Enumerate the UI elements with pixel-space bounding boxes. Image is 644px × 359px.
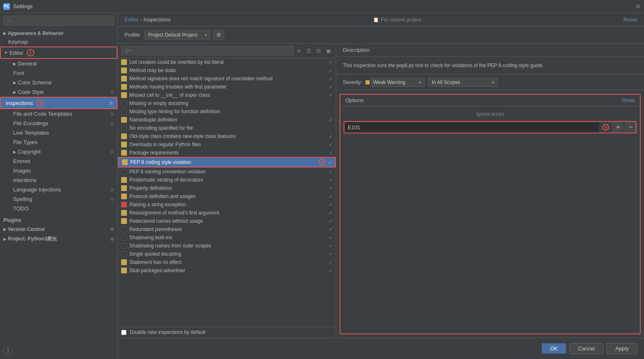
- sidebar-item-emmet[interactable]: Emmet: [0, 156, 117, 166]
- inspection-item-namedtuple[interactable]: Namedtuple definition ✓: [118, 116, 336, 124]
- reset-button[interactable]: Reset: [623, 16, 637, 23]
- inspection-item-no-encoding[interactable]: No encoding specified for file: [118, 124, 336, 132]
- sidebar-item-font[interactable]: Font: [0, 68, 117, 78]
- sidebar-item-editor[interactable]: ▼ Editor 1: [0, 47, 117, 59]
- inspection-item-shadowing-outer[interactable]: Shadowing names from outer scopes ✓: [118, 242, 336, 250]
- sidebar-item-label: Spelling: [13, 196, 32, 202]
- inspection-item-overloads[interactable]: Overloads in regular Python files ✓: [118, 140, 336, 149]
- sidebar-item-version-control[interactable]: ▶ Version Control ⊕: [0, 224, 117, 233]
- severity-select[interactable]: Weak Warning Error Warning Information: [371, 78, 425, 87]
- copy-icon: ⊕: [110, 187, 114, 193]
- severity-indicator: [121, 68, 127, 73]
- sidebar-item-code-style[interactable]: ▶ Code Style ⊕: [0, 87, 117, 97]
- app-icon: PC: [3, 3, 10, 10]
- disable-new-checkbox[interactable]: [121, 330, 126, 335]
- inspection-item-method-sig[interactable]: Method signature does not match signatur…: [118, 75, 336, 83]
- inspection-item-missing-docstring[interactable]: Missing or empty docstring: [118, 99, 336, 107]
- inspection-item-reassignment[interactable]: Reassignment of method's first argument …: [118, 209, 336, 217]
- help-button[interactable]: ?: [3, 347, 12, 356]
- sidebar-item-file-code-templates[interactable]: File and Code Templates ⊕: [0, 109, 117, 119]
- severity-indicator: [122, 159, 128, 165]
- inspection-item-statement-no-effect[interactable]: Statement has no effect ✓: [118, 258, 336, 266]
- item-name: PEP 8 naming convention violation: [129, 169, 326, 175]
- sidebar-item-spelling[interactable]: Spelling ⊕: [0, 194, 117, 204]
- severity-label: Severity:: [343, 79, 362, 85]
- inspection-item-stub-packages[interactable]: Stub packages advertiser ✓: [118, 266, 336, 275]
- check-icon: ✓: [329, 169, 333, 175]
- inspection-item-missing-type-hint[interactable]: Missing type hinting for function defini…: [118, 107, 336, 116]
- inspection-item-protocol[interactable]: Protocol definition and usages ✓: [118, 192, 336, 200]
- sidebar-item-inspections[interactable]: Inspections 2 ⊕: [0, 97, 117, 109]
- check-icon: ✓: [329, 60, 333, 65]
- sidebar-item-general[interactable]: ▶ General: [0, 59, 117, 68]
- item-name: Statement has no effect: [129, 259, 326, 265]
- sidebar-item-label: TODO: [13, 205, 28, 212]
- sidebar-item-appearance[interactable]: ▶ Appearance & Behavior: [0, 28, 117, 37]
- group-button[interactable]: ▣: [324, 47, 333, 55]
- severity-indicator: [121, 243, 127, 249]
- inspection-item-package-req[interactable]: Package requirements ✓: [118, 149, 336, 157]
- inspection-item-single-quoted[interactable]: Single quoted docstring ✓: [118, 250, 336, 258]
- inspection-item-pep8-naming[interactable]: PEP 8 naming convention violation ✓: [118, 168, 336, 176]
- expand-icon: ▶: [13, 81, 16, 85]
- inspection-item-old-style-class[interactable]: Old-style class contains new-style class…: [118, 132, 336, 140]
- inspection-item-shadowing-builtins[interactable]: Shadowing built-ins ✓: [118, 233, 336, 242]
- sidebar-item-images[interactable]: Images: [0, 166, 117, 175]
- title-bar: PC Settings ✕: [0, 0, 644, 13]
- severity-indicator: [121, 150, 127, 156]
- apply-button[interactable]: Apply: [607, 343, 637, 354]
- sidebar-item-language-injections[interactable]: Language Injections ⊕: [0, 185, 117, 194]
- sidebar-item-label: Language Injections: [13, 186, 61, 193]
- inspection-item-method-static[interactable]: Method may be static ✓: [118, 66, 336, 75]
- sidebar-item-live-templates[interactable]: Live Templates: [0, 128, 117, 138]
- collapse-all-button[interactable]: ⊟: [315, 47, 323, 55]
- sidebar-item-label: General: [18, 61, 37, 67]
- inspection-item-raising-string[interactable]: Raising a string exception ✓: [118, 200, 336, 209]
- inspection-list-panel: ⊳ ☰ ⊟ ▣ List creation could be rewritten…: [118, 44, 336, 338]
- severity-indicator: [121, 251, 127, 257]
- ok-button[interactable]: OK: [542, 343, 566, 354]
- item-name: List creation could be rewritten by list…: [129, 59, 326, 65]
- add-error-button[interactable]: +: [612, 122, 623, 133]
- inspection-item-redundant-parens[interactable]: Redundant parentheses ✓: [118, 225, 336, 233]
- sidebar-item-todo[interactable]: TODO: [0, 204, 117, 213]
- profile-select[interactable]: Project Default Project Default: [144, 30, 210, 40]
- breadcrumb-parent[interactable]: Editor: [124, 16, 138, 23]
- sidebar-search-input[interactable]: [15, 18, 110, 23]
- sidebar-item-keymap[interactable]: Keymap: [0, 37, 117, 47]
- severity-indicator: [121, 177, 127, 183]
- severity-indicator: [121, 185, 127, 191]
- cancel-button[interactable]: Cancel: [569, 343, 603, 354]
- ignore-errors-input[interactable]: [344, 122, 599, 133]
- filter-funnel-button[interactable]: ⊳: [295, 47, 303, 55]
- inspection-item-redeclared[interactable]: Redeclared names without usage ✓: [118, 217, 336, 225]
- remove-error-button[interactable]: −: [625, 122, 636, 133]
- inspection-item-methods-troubles[interactable]: Methods having troubles with first param…: [118, 83, 336, 91]
- check-icon: ✓: [329, 202, 333, 207]
- sidebar-item-file-encodings[interactable]: File Encodings ⊕: [0, 119, 117, 128]
- scope-select-wrapper: In All Scopes In Tests Only Everywhere E…: [428, 78, 498, 87]
- expand-all-button[interactable]: ☰: [305, 47, 313, 55]
- filter-input[interactable]: [121, 46, 294, 55]
- sidebar-item-project[interactable]: ▶ Project: Python3爬虫 ⊕: [0, 233, 117, 243]
- sidebar-item-plugins[interactable]: Plugins: [0, 215, 117, 224]
- inspection-item-list-creation[interactable]: List creation could be rewritten by list…: [118, 58, 336, 66]
- sidebar-item-label: Copyright: [18, 149, 41, 155]
- item-name: Method signature does not match signatur…: [129, 76, 326, 82]
- severity-indicator: [121, 109, 127, 114]
- sidebar-item-label: Keymap: [8, 39, 28, 45]
- item-name: Method may be static: [129, 68, 326, 73]
- options-reset-button[interactable]: Reset: [622, 98, 635, 103]
- inspection-item-problematic-nesting[interactable]: Problematic nesting of decorators ✓: [118, 176, 336, 184]
- inspection-item-missed-call[interactable]: Missed call to __init__ of super class ✓: [118, 91, 336, 99]
- scope-select[interactable]: In All Scopes In Tests Only Everywhere E…: [428, 78, 498, 87]
- inspection-item-pep8[interactable]: PEP 8 coding style violation 3 ✓: [118, 157, 336, 168]
- gear-button[interactable]: ⚙: [213, 30, 224, 40]
- check-icon: ✓: [329, 134, 333, 139]
- sidebar-item-file-types[interactable]: File Types: [0, 138, 117, 147]
- sidebar-item-copyright[interactable]: ▶ Copyright ⊕: [0, 147, 117, 156]
- sidebar-item-intentions[interactable]: Intentions: [0, 175, 117, 185]
- close-button[interactable]: ✕: [635, 2, 641, 10]
- sidebar-item-color-scheme[interactable]: ▶ Color Scheme: [0, 78, 117, 87]
- inspection-item-property-defs[interactable]: Property definitions ✓: [118, 184, 336, 192]
